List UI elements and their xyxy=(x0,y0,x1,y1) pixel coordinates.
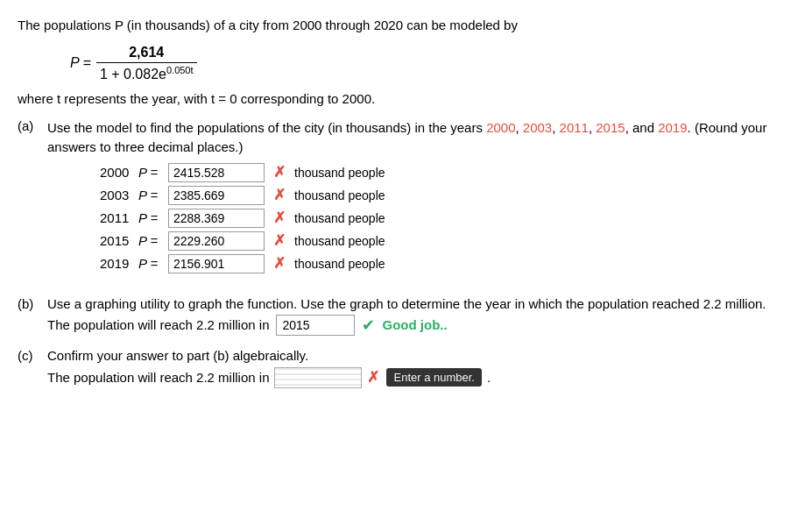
year-cell: 2003 xyxy=(100,188,133,202)
part-a-content: Use the model to find the populations of… xyxy=(47,118,794,289)
fraction-line xyxy=(96,62,197,63)
unit-label-2011: thousand people xyxy=(294,211,385,225)
table-row: 2003 P = ✗ thousand people xyxy=(100,186,794,205)
table-row: 2011 P = ✗ thousand people xyxy=(100,209,794,228)
formula-p-label: P = xyxy=(70,55,91,71)
formula-fraction: 2,614 1 + 0.082e0.050t xyxy=(96,45,197,82)
tooltip-box: Enter a number. xyxy=(386,368,482,387)
unit-label-2015: thousand people xyxy=(294,234,385,248)
year-2015-label: 2015 xyxy=(596,120,625,135)
part-b-content: Use a graphing utility to graph the func… xyxy=(47,296,794,336)
part-c-input-wrapper xyxy=(274,367,362,388)
p-eq-label: P = xyxy=(138,165,163,180)
x-icon-2011: ✗ xyxy=(273,209,286,227)
population-input-2011[interactable] xyxy=(168,209,265,228)
table-row: 2000 P = ✗ thousand people xyxy=(100,163,794,182)
intro-text: The populations P (in thousands) of a ci… xyxy=(18,16,794,36)
checkmark-icon: ✔ xyxy=(362,316,375,335)
population-table: 2000 P = ✗ thousand people 2003 P = ✗ th… xyxy=(100,163,794,273)
x-red-icon-c: ✗ xyxy=(367,368,379,387)
unit-label-2003: thousand people xyxy=(294,188,385,202)
part-c-year-input[interactable] xyxy=(274,367,362,388)
year-cell: 2019 xyxy=(100,256,133,271)
part-b-sentence: The population will reach 2.2 million in xyxy=(47,317,269,332)
year-cell: 2000 xyxy=(100,165,133,180)
p-eq-label: P = xyxy=(138,256,163,271)
part-b-year-input[interactable] xyxy=(276,315,355,336)
part-c-content: Confirm your answer to part (b) algebrai… xyxy=(47,348,794,388)
table-row: 2015 P = ✗ thousand people xyxy=(100,231,794,251)
part-a-section: (a) Use the model to find the population… xyxy=(18,118,794,289)
formula-block: P = 2,614 1 + 0.082e0.050t xyxy=(70,45,794,82)
part-b-letter: (b) xyxy=(18,296,39,336)
part-c-label: Confirm your answer to part (b) algebrai… xyxy=(47,348,794,363)
formula-numerator: 2,614 xyxy=(125,45,167,60)
part-c-section: (c) Confirm your answer to part (b) alge… xyxy=(18,348,794,388)
year-2003-label: 2003 xyxy=(523,120,552,135)
year-cell: 2015 xyxy=(100,233,133,248)
x-icon-2000: ✗ xyxy=(273,163,286,181)
good-job-text: Good job.. xyxy=(382,317,447,332)
part-a-label: Use the model to find the populations of… xyxy=(47,118,794,158)
part-b-section: (b) Use a graphing utility to graph the … xyxy=(18,296,794,336)
period-c: . xyxy=(487,370,491,385)
x-icon-2003: ✗ xyxy=(273,186,286,204)
x-icon-2019: ✗ xyxy=(273,254,286,273)
where-text: where t represents the year, with t = 0 … xyxy=(18,91,794,106)
population-input-2003[interactable] xyxy=(168,186,265,205)
population-input-2015[interactable] xyxy=(168,231,265,251)
table-row: 2019 P = ✗ thousand people xyxy=(100,254,794,273)
p-eq-label: P = xyxy=(138,210,163,225)
part-a-letter: (a) xyxy=(18,118,39,289)
population-input-2000[interactable] xyxy=(168,163,265,182)
year-2011-label: 2011 xyxy=(560,120,589,135)
exponent: 0.050t xyxy=(166,65,194,75)
x-icon-2015: ✗ xyxy=(273,231,286,250)
p-eq-label: P = xyxy=(138,188,163,202)
year-cell: 2011 xyxy=(100,210,133,225)
population-input-2019[interactable] xyxy=(168,254,265,273)
part-b-label: Use a graphing utility to graph the func… xyxy=(47,296,794,311)
year-2000-label: 2000 xyxy=(486,120,515,135)
part-c-line: The population will reach 2.2 million in… xyxy=(47,367,794,388)
unit-label-2019: thousand people xyxy=(294,257,385,271)
formula-denominator: 1 + 0.082e0.050t xyxy=(96,65,197,82)
denominator-base: 1 + 0.082e xyxy=(100,67,166,82)
year-2019-label: 2019 xyxy=(658,120,687,135)
part-c-sentence: The population will reach 2.2 million in xyxy=(47,370,269,385)
part-b-line: The population will reach 2.2 million in… xyxy=(47,315,794,336)
p-eq-label: P = xyxy=(138,233,163,248)
unit-label-2000: thousand people xyxy=(294,166,385,180)
part-c-letter: (c) xyxy=(18,348,39,388)
